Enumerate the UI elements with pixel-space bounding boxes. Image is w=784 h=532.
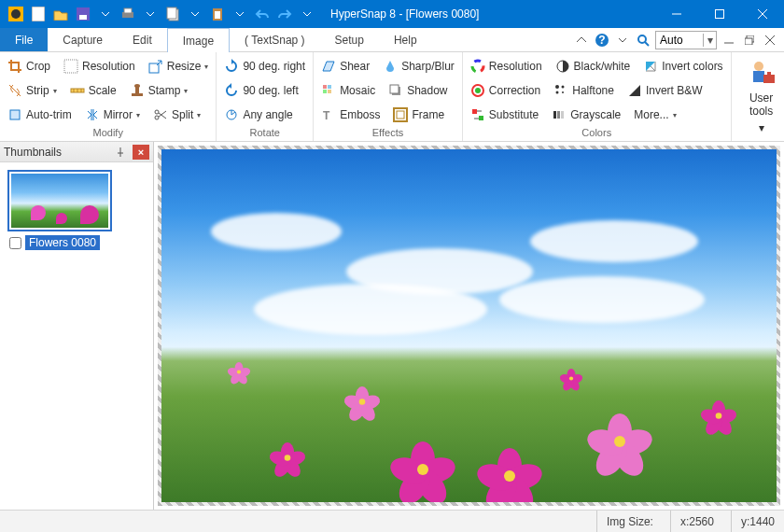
maximize-button[interactable] [698, 0, 741, 28]
ribbon-group-colors: Resolution Black/white Invert colors Cor… [463, 52, 732, 141]
resize-icon [148, 59, 163, 74]
sharpblur-button[interactable]: Sharp/Blur [381, 58, 456, 75]
menu-edit[interactable]: Edit [118, 28, 167, 51]
invertbw-button[interactable]: Invert B&W [625, 82, 705, 99]
thumbnails-title: Thumbnails [4, 146, 108, 159]
emboss-icon: T [321, 107, 336, 122]
strip-button[interactable]: Strip▾ [6, 82, 59, 99]
crop-button[interactable]: Crop [6, 58, 52, 75]
chevron-down-icon: ▾ [197, 111, 201, 119]
copy-dropdown-icon[interactable] [185, 4, 205, 24]
window-title: HyperSnap 8 - [Flowers 0080] [323, 7, 655, 21]
color-resolution-button[interactable]: Resolution [469, 58, 544, 75]
split-button[interactable]: Split▾ [151, 106, 203, 123]
help-dropdown-icon[interactable] [614, 32, 631, 49]
menu-file[interactable]: File [0, 28, 48, 51]
halftone-button[interactable]: Halftone [552, 82, 616, 99]
close-button[interactable] [741, 0, 784, 28]
substitute-icon [470, 107, 485, 122]
shear-button[interactable]: Shear [319, 58, 371, 75]
undo-icon[interactable] [252, 4, 273, 24]
mdi-restore-icon[interactable] [741, 32, 758, 49]
panel-close-icon[interactable]: × [133, 145, 149, 160]
split-icon [153, 107, 168, 122]
search-icon[interactable] [635, 32, 651, 49]
status-bar: Img Size: x:2560 y:1440 [0, 510, 784, 532]
strip-icon [7, 83, 22, 98]
autotrim-button[interactable]: Auto-trim [6, 106, 74, 123]
menu-capture[interactable]: Capture [48, 28, 118, 51]
svg-text:?: ? [598, 34, 605, 47]
svg-rect-29 [10, 110, 20, 119]
svg-point-50 [556, 91, 559, 94]
user-tools-button[interactable]: User tools▾ [737, 54, 784, 138]
scale-button[interactable]: Scale [68, 82, 119, 99]
more-button[interactable]: More...▾ [632, 107, 678, 122]
zoom-value: Auto [656, 34, 703, 47]
halftone-icon [553, 83, 568, 98]
menu-setup[interactable]: Setup [320, 28, 379, 51]
svg-point-47 [475, 88, 481, 93]
new-icon[interactable] [28, 4, 49, 24]
title-bar: HyperSnap 8 - [Flowers 0080] [0, 0, 784, 28]
print-dropdown-icon[interactable] [140, 4, 161, 24]
thumbnail-label[interactable]: Flowers 0080 [25, 235, 100, 250]
color-wheel-icon [470, 59, 485, 74]
menu-bar: File Capture Edit Image ( TextSnap ) Set… [0, 28, 784, 52]
resize-button[interactable]: Resize▾ [147, 58, 211, 75]
stamp-button[interactable]: Stamp▾ [128, 82, 190, 99]
saveas-dropdown-icon[interactable] [95, 4, 116, 24]
minimize-button[interactable] [655, 0, 698, 28]
qat-customize-icon[interactable] [297, 4, 317, 24]
menu-image[interactable]: Image [167, 28, 230, 52]
image-view[interactable] [161, 149, 777, 502]
open-icon[interactable] [50, 4, 71, 24]
collapse-ribbon-icon[interactable] [573, 32, 590, 49]
scale-icon [70, 83, 85, 98]
svg-rect-4 [79, 15, 87, 20]
any-angle-button[interactable]: Any angle [222, 106, 294, 123]
svg-rect-20 [64, 60, 77, 73]
grayscale-button[interactable]: Grayscale [550, 106, 623, 123]
menu-help[interactable]: Help [379, 28, 432, 51]
crop-icon [7, 59, 22, 74]
mdi-minimize-icon[interactable] [721, 32, 737, 49]
status-imgsize: Img Size: [596, 511, 653, 532]
mosaic-button[interactable]: Mosaic [319, 82, 377, 99]
correction-button[interactable]: Correction [469, 82, 542, 99]
pin-icon[interactable] [112, 145, 129, 160]
shadow-button[interactable]: Shadow [386, 82, 449, 99]
svg-rect-8 [167, 7, 176, 19]
quick-access-toolbar [0, 4, 323, 24]
copy-icon[interactable] [162, 4, 183, 24]
zoom-dropdown-icon[interactable]: ▾ [703, 34, 716, 47]
group-label-effects: Effects [319, 127, 456, 141]
redo-icon[interactable] [274, 4, 295, 24]
menu-textsnap[interactable]: ( TextSnap ) [230, 28, 319, 51]
thumbnail-checkbox[interactable] [9, 237, 21, 249]
paste-dropdown-icon[interactable] [230, 4, 250, 24]
help-icon[interactable]: ? [594, 32, 610, 49]
invertcolors-button[interactable]: Invert colors [641, 58, 724, 75]
save-icon[interactable] [73, 4, 93, 24]
blackwhite-button[interactable]: Black/white [553, 58, 633, 75]
print-icon[interactable] [118, 4, 138, 24]
resolution-button[interactable]: Resolution [62, 58, 137, 75]
svg-point-30 [155, 110, 159, 114]
zoom-select[interactable]: Auto ▾ [655, 31, 717, 49]
svg-point-49 [562, 86, 565, 89]
thumbnail-item[interactable] [7, 170, 112, 231]
svg-line-16 [645, 42, 649, 46]
canvas-area [154, 142, 784, 510]
substitute-button[interactable]: Substitute [469, 106, 540, 123]
rotate-left-button[interactable]: 90 deg. left [222, 82, 300, 99]
rotate-right-button[interactable]: 90 deg. right [222, 58, 307, 75]
chevron-down-icon: ▾ [673, 111, 677, 119]
mdi-close-icon[interactable] [762, 32, 778, 49]
mirror-button[interactable]: Mirror▾ [83, 106, 142, 123]
frame-button[interactable]: Frame [391, 106, 446, 123]
paste-icon[interactable] [207, 4, 228, 24]
emboss-button[interactable]: TEmboss [319, 106, 382, 123]
app-icon[interactable] [6, 4, 26, 24]
svg-point-48 [555, 85, 559, 89]
